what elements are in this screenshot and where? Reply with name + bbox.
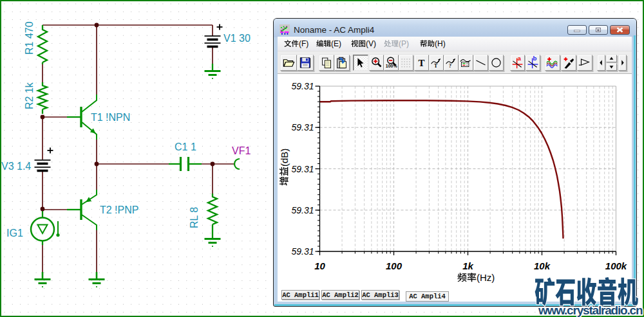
svg-text:www.crystalradio.cn: www.crystalradio.cn <box>538 303 643 317</box>
